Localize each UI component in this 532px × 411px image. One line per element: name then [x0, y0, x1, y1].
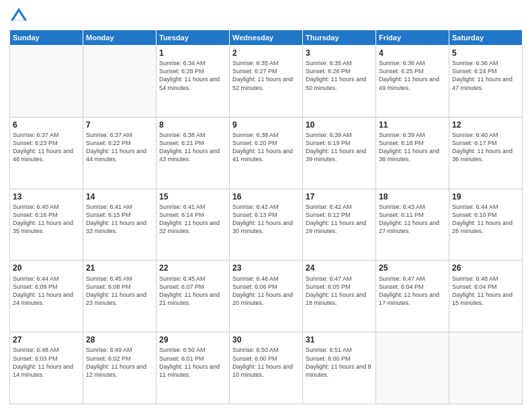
day-info: Sunrise: 6:37 AMSunset: 6:22 PMDaylight:…	[86, 131, 153, 164]
day-number: 16	[232, 191, 300, 202]
calendar-cell: 1Sunrise: 6:34 AMSunset: 6:28 PMDaylight…	[157, 46, 230, 118]
day-info: Sunrise: 6:51 AMSunset: 6:00 PMDaylight:…	[306, 346, 373, 379]
weekday-header: Tuesday	[157, 30, 230, 46]
day-number: 9	[232, 120, 300, 130]
day-info: Sunrise: 6:43 AMSunset: 6:11 PMDaylight:…	[379, 203, 446, 236]
day-number: 26	[452, 263, 519, 273]
day-number: 30	[232, 334, 300, 345]
day-info: Sunrise: 6:35 AMSunset: 6:26 PMDaylight:…	[306, 59, 373, 92]
calendar-cell: 18Sunrise: 6:43 AMSunset: 6:11 PMDayligh…	[376, 189, 449, 261]
day-info: Sunrise: 6:40 AMSunset: 6:16 PMDaylight:…	[13, 203, 80, 236]
calendar-cell: 29Sunrise: 6:50 AMSunset: 6:01 PMDayligh…	[157, 332, 230, 404]
calendar-cell: 27Sunrise: 6:48 AMSunset: 6:03 PMDayligh…	[10, 332, 83, 404]
day-number: 25	[379, 263, 446, 273]
day-number: 19	[452, 191, 519, 202]
calendar-cell: 2Sunrise: 6:35 AMSunset: 6:27 PMDaylight…	[230, 46, 303, 118]
calendar-cell: 20Sunrise: 6:44 AMSunset: 6:09 PMDayligh…	[10, 261, 83, 332]
day-info: Sunrise: 6:34 AMSunset: 6:28 PMDaylight:…	[159, 59, 226, 92]
header	[9, 7, 523, 26]
day-number: 13	[13, 191, 80, 202]
day-number: 18	[379, 191, 446, 202]
calendar-cell: 31Sunrise: 6:51 AMSunset: 6:00 PMDayligh…	[303, 332, 376, 404]
day-info: Sunrise: 6:50 AMSunset: 6:01 PMDaylight:…	[159, 346, 226, 379]
day-info: Sunrise: 6:45 AMSunset: 6:08 PMDaylight:…	[86, 275, 153, 308]
day-info: Sunrise: 6:44 AMSunset: 6:10 PMDaylight:…	[452, 203, 519, 236]
calendar-week-row: 1Sunrise: 6:34 AMSunset: 6:28 PMDaylight…	[10, 46, 523, 118]
logo-icon	[9, 7, 28, 26]
day-info: Sunrise: 6:42 AMSunset: 6:12 PMDaylight:…	[306, 203, 373, 236]
day-info: Sunrise: 6:46 AMSunset: 6:06 PMDaylight:…	[232, 275, 300, 308]
day-info: Sunrise: 6:41 AMSunset: 6:15 PMDaylight:…	[86, 203, 153, 236]
day-number: 31	[306, 334, 373, 345]
day-number: 7	[86, 120, 153, 130]
weekday-header: Monday	[83, 30, 157, 46]
calendar-cell	[10, 46, 83, 118]
day-number: 14	[86, 191, 153, 202]
day-number: 17	[306, 191, 373, 202]
day-info: Sunrise: 6:38 AMSunset: 6:20 PMDaylight:…	[232, 131, 300, 164]
day-info: Sunrise: 6:48 AMSunset: 6:03 PMDaylight:…	[13, 346, 80, 379]
calendar-cell: 6Sunrise: 6:37 AMSunset: 6:23 PMDaylight…	[10, 117, 83, 189]
calendar-cell: 3Sunrise: 6:35 AMSunset: 6:26 PMDaylight…	[303, 46, 376, 118]
calendar-cell: 14Sunrise: 6:41 AMSunset: 6:15 PMDayligh…	[83, 189, 157, 261]
day-number: 21	[86, 263, 153, 273]
page: SundayMondayTuesdayWednesdayThursdayFrid…	[0, 0, 532, 411]
day-number: 12	[452, 120, 519, 130]
calendar-cell: 22Sunrise: 6:45 AMSunset: 6:07 PMDayligh…	[157, 261, 230, 332]
calendar-cell: 10Sunrise: 6:39 AMSunset: 6:19 PMDayligh…	[303, 117, 376, 189]
day-number: 28	[86, 334, 153, 345]
calendar-cell: 5Sunrise: 6:36 AMSunset: 6:24 PMDaylight…	[449, 46, 523, 118]
day-number: 22	[159, 263, 226, 273]
weekday-header: Friday	[376, 30, 449, 46]
calendar-cell: 28Sunrise: 6:49 AMSunset: 6:02 PMDayligh…	[83, 332, 157, 404]
calendar-cell: 26Sunrise: 6:48 AMSunset: 6:04 PMDayligh…	[449, 261, 523, 332]
calendar-week-row: 20Sunrise: 6:44 AMSunset: 6:09 PMDayligh…	[10, 261, 523, 332]
day-number: 10	[306, 120, 373, 130]
day-number: 24	[306, 263, 373, 273]
calendar-table: SundayMondayTuesdayWednesdayThursdayFrid…	[9, 30, 523, 404]
day-info: Sunrise: 6:39 AMSunset: 6:19 PMDaylight:…	[306, 131, 373, 164]
calendar-header: SundayMondayTuesdayWednesdayThursdayFrid…	[10, 30, 523, 46]
day-info: Sunrise: 6:36 AMSunset: 6:24 PMDaylight:…	[452, 59, 519, 92]
calendar-cell: 25Sunrise: 6:47 AMSunset: 6:04 PMDayligh…	[376, 261, 449, 332]
day-number: 5	[452, 48, 519, 58]
day-number: 4	[379, 48, 446, 58]
day-info: Sunrise: 6:41 AMSunset: 6:14 PMDaylight:…	[159, 203, 226, 236]
day-info: Sunrise: 6:48 AMSunset: 6:04 PMDaylight:…	[452, 275, 519, 308]
weekday-header: Thursday	[303, 30, 376, 46]
calendar-cell: 24Sunrise: 6:47 AMSunset: 6:05 PMDayligh…	[303, 261, 376, 332]
day-info: Sunrise: 6:40 AMSunset: 6:17 PMDaylight:…	[452, 131, 519, 164]
calendar-cell: 15Sunrise: 6:41 AMSunset: 6:14 PMDayligh…	[157, 189, 230, 261]
calendar-cell: 9Sunrise: 6:38 AMSunset: 6:20 PMDaylight…	[230, 117, 303, 189]
day-number: 27	[13, 334, 80, 345]
calendar-cell: 7Sunrise: 6:37 AMSunset: 6:22 PMDaylight…	[83, 117, 157, 189]
day-info: Sunrise: 6:47 AMSunset: 6:05 PMDaylight:…	[306, 275, 373, 308]
calendar-cell: 12Sunrise: 6:40 AMSunset: 6:17 PMDayligh…	[449, 117, 523, 189]
day-info: Sunrise: 6:39 AMSunset: 6:18 PMDaylight:…	[379, 131, 446, 164]
weekday-header: Saturday	[449, 30, 523, 46]
weekday-header: Sunday	[10, 30, 83, 46]
day-info: Sunrise: 6:50 AMSunset: 6:00 PMDaylight:…	[232, 346, 300, 379]
day-info: Sunrise: 6:35 AMSunset: 6:27 PMDaylight:…	[232, 59, 300, 92]
calendar-cell: 19Sunrise: 6:44 AMSunset: 6:10 PMDayligh…	[449, 189, 523, 261]
weekday-header: Wednesday	[230, 30, 303, 46]
day-info: Sunrise: 6:45 AMSunset: 6:07 PMDaylight:…	[159, 275, 226, 308]
calendar-cell: 8Sunrise: 6:38 AMSunset: 6:21 PMDaylight…	[157, 117, 230, 189]
day-number: 6	[13, 120, 80, 130]
calendar-body: 1Sunrise: 6:34 AMSunset: 6:28 PMDaylight…	[10, 46, 523, 404]
day-number: 3	[306, 48, 373, 58]
day-number: 29	[159, 334, 226, 345]
calendar-cell: 11Sunrise: 6:39 AMSunset: 6:18 PMDayligh…	[376, 117, 449, 189]
day-info: Sunrise: 6:44 AMSunset: 6:09 PMDaylight:…	[13, 275, 80, 308]
calendar-week-row: 27Sunrise: 6:48 AMSunset: 6:03 PMDayligh…	[10, 332, 523, 404]
day-info: Sunrise: 6:36 AMSunset: 6:25 PMDaylight:…	[379, 59, 446, 92]
day-number: 1	[159, 48, 226, 58]
calendar-cell: 30Sunrise: 6:50 AMSunset: 6:00 PMDayligh…	[230, 332, 303, 404]
calendar-cell: 4Sunrise: 6:36 AMSunset: 6:25 PMDaylight…	[376, 46, 449, 118]
day-number: 20	[13, 263, 80, 273]
calendar-cell	[83, 46, 157, 118]
day-info: Sunrise: 6:38 AMSunset: 6:21 PMDaylight:…	[159, 131, 226, 164]
calendar-cell: 13Sunrise: 6:40 AMSunset: 6:16 PMDayligh…	[10, 189, 83, 261]
day-number: 23	[232, 263, 300, 273]
day-number: 2	[232, 48, 300, 58]
